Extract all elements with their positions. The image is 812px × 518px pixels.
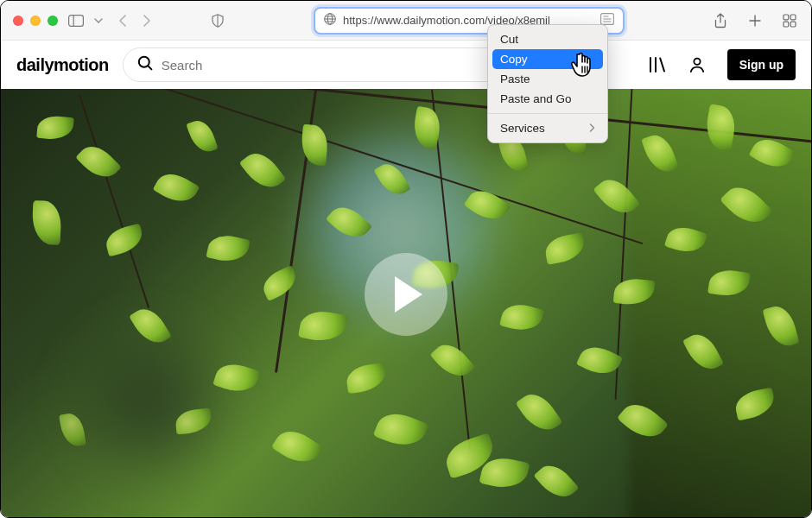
fullscreen-window-button[interactable] <box>48 16 58 26</box>
right-toolbar <box>711 11 799 30</box>
svg-line-22 <box>660 59 664 72</box>
chevron-down-icon[interactable] <box>94 11 103 30</box>
context-menu-paste-and-go-label: Paste and Go <box>500 92 572 105</box>
context-menu-copy-label: Copy <box>500 53 528 66</box>
leaf <box>103 224 146 257</box>
context-menu-cut-label: Cut <box>500 33 518 46</box>
forward-button[interactable] <box>137 11 156 30</box>
share-icon[interactable] <box>711 11 730 30</box>
play-icon <box>391 275 426 314</box>
context-menu-services-label: Services <box>500 122 545 135</box>
svg-rect-14 <box>783 15 789 20</box>
leaf <box>75 139 122 186</box>
leaf <box>373 407 429 453</box>
site-header: dailymotion Sign up <box>1 41 811 89</box>
profile-icon[interactable] <box>688 55 707 74</box>
globe-icon <box>324 13 336 28</box>
play-button[interactable] <box>365 253 447 336</box>
svg-line-19 <box>148 66 151 69</box>
tabs-overview-icon[interactable] <box>780 11 799 30</box>
svg-rect-0 <box>69 15 84 26</box>
svg-rect-17 <box>790 22 796 27</box>
browser-chrome <box>1 1 811 41</box>
context-menu-paste-and-go[interactable]: Paste and Go <box>488 89 607 109</box>
privacy-shield-icon[interactable] <box>208 11 227 30</box>
window-controls <box>13 16 58 26</box>
leaf <box>186 117 218 155</box>
svg-point-23 <box>694 59 700 65</box>
search-icon <box>137 55 153 74</box>
new-tab-icon[interactable] <box>745 11 764 30</box>
context-menu-paste[interactable]: Paste <box>488 69 607 89</box>
leaf <box>153 167 200 210</box>
library-icon[interactable] <box>648 55 667 74</box>
context-menu-cut[interactable]: Cut <box>488 29 607 49</box>
leaf <box>345 363 388 394</box>
svg-rect-16 <box>783 22 789 27</box>
address-bar-container <box>236 7 702 35</box>
branch <box>79 94 149 308</box>
close-window-button[interactable] <box>13 16 23 26</box>
context-menu-separator <box>488 113 607 114</box>
leaf <box>206 232 250 266</box>
leaf <box>32 200 62 245</box>
brand-logo[interactable]: dailymotion <box>16 55 109 75</box>
site-header-right: Sign up <box>648 49 796 80</box>
signup-button[interactable]: Sign up <box>727 49 796 80</box>
back-button[interactable] <box>113 11 132 30</box>
chevron-right-icon <box>589 122 595 135</box>
browser-window: dailymotion Sign up <box>0 0 812 518</box>
context-menu-paste-label: Paste <box>500 73 530 85</box>
video-area <box>1 89 811 517</box>
left-toolbar <box>67 11 103 30</box>
leaf <box>429 338 475 384</box>
leaf <box>515 387 562 438</box>
leaf <box>271 423 323 471</box>
nav-arrows <box>113 11 156 30</box>
leaf <box>543 232 587 265</box>
context-menu-services[interactable]: Services <box>488 118 607 138</box>
minimize-window-button[interactable] <box>30 16 41 26</box>
context-menu-copy[interactable]: Copy <box>492 49 603 69</box>
leaf <box>533 458 579 505</box>
context-menu: Cut Copy Paste Paste and Go Services <box>487 24 608 143</box>
leaf <box>36 115 74 142</box>
sidebar-toggle-icon[interactable] <box>67 11 86 30</box>
svg-rect-15 <box>790 15 796 20</box>
